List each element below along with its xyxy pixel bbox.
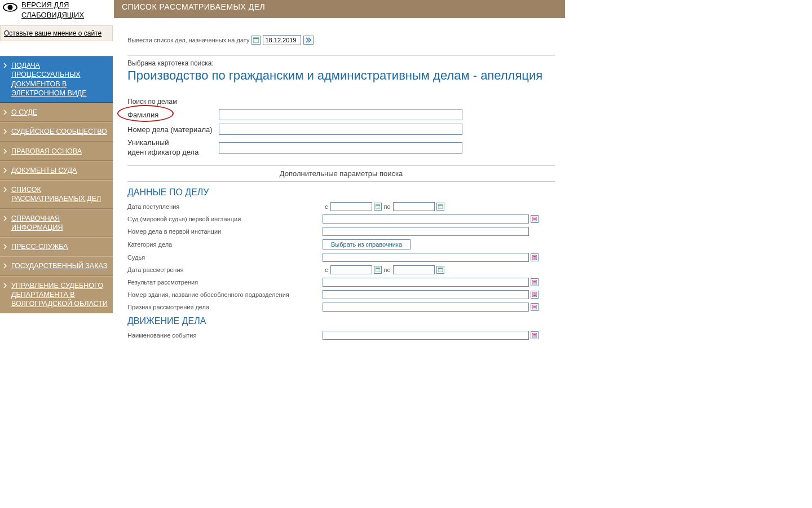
- sign-input[interactable]: [323, 303, 529, 312]
- sidebar-item[interactable]: СПРАВОЧНАЯ ИНФОРМАЦИЯ: [0, 209, 113, 238]
- svg-point-1: [8, 5, 13, 10]
- date-filter-label: Вывести список дел, назначенных на дату: [127, 37, 249, 43]
- additional-params-bar[interactable]: Дополнительные параметры поиска: [127, 165, 555, 182]
- calendar-icon[interactable]: [251, 36, 261, 45]
- result-input[interactable]: [323, 278, 529, 287]
- chevron-right-icon: [3, 187, 8, 192]
- sidebar-item[interactable]: УПРАВЛЕНИЕ СУДЕБНОГО ДЕПАРТАМЕНТА В ВОЛГ…: [0, 276, 113, 314]
- surname-input[interactable]: [219, 109, 462, 120]
- label-judge: Судья: [127, 254, 323, 261]
- carto-title: Производство по гражданским и администра…: [127, 67, 555, 87]
- sidebar-item-label[interactable]: УПРАВЛЕНИЕ СУДЕБНОГО ДЕПАРТАМЕНТА В ВОЛГ…: [11, 281, 108, 309]
- sidebar-item[interactable]: ГОСУДАРСТВЕННЫЙ ЗАКАЗ: [0, 256, 113, 275]
- lookup-icon[interactable]: [531, 278, 539, 286]
- label-first-no: Номер дела в первой инстанции: [127, 228, 323, 235]
- chevron-right-icon: [3, 168, 8, 173]
- judge-input[interactable]: [323, 253, 529, 262]
- lookup-icon[interactable]: [531, 303, 539, 311]
- lookup-icon[interactable]: [531, 215, 539, 223]
- label-event: Наименование события: [127, 332, 323, 339]
- sidebar-item-label[interactable]: ПРЕСС-СЛУЖБА: [11, 242, 68, 251]
- building-input[interactable]: [323, 290, 529, 299]
- label-sign: Признак рассмотрения дела: [127, 304, 323, 310]
- case-no-input[interactable]: [219, 124, 462, 135]
- chevron-right-icon: [3, 129, 8, 134]
- lookup-icon[interactable]: [531, 291, 539, 299]
- sidebar-item-label[interactable]: ГОСУДАРСТВЕННЫЙ ЗАКАЗ: [11, 261, 107, 270]
- label-category: Категория дела: [127, 241, 323, 248]
- search-legend: Поиск по делам: [127, 98, 555, 106]
- date-filter-input[interactable]: [263, 35, 301, 45]
- hearing-to[interactable]: [393, 265, 435, 274]
- to-label: по: [384, 266, 391, 273]
- svg-rect-3: [253, 38, 259, 39]
- chevron-right-icon: [3, 244, 8, 249]
- eye-icon: [2, 2, 18, 12]
- page-title: СПИСОК РАССМАТРИВАЕМЫХ ДЕЛ: [114, 0, 565, 18]
- sidebar-item[interactable]: СПИСОК РАССМАТРИВАЕМЫХ ДЕЛ: [0, 180, 113, 209]
- sidebar-item-label[interactable]: ДОКУМЕНТЫ СУДА: [11, 166, 77, 175]
- calendar-icon[interactable]: [374, 203, 382, 211]
- sidebar-item-label[interactable]: ПРАВОВАЯ ОСНОВА: [11, 147, 82, 156]
- date-in-to[interactable]: [393, 202, 435, 211]
- chevron-right-icon: [3, 148, 8, 154]
- case-data-heading: ДАННЫЕ ПО ДЕЛУ: [127, 187, 555, 198]
- chevron-right-icon: [3, 110, 8, 115]
- carto-legend: Выбрана картотека поиска:: [127, 56, 555, 67]
- from-label: с: [325, 266, 328, 273]
- feedback-link[interactable]: Оставьте ваше мнение о сайте: [4, 29, 102, 37]
- sidebar-item-label[interactable]: СПРАВОЧНАЯ ИНФОРМАЦИЯ: [11, 214, 108, 233]
- accessibility-link[interactable]: ВЕРСИЯ ДЛЯ СЛАБОВИДЯЩИХ: [21, 0, 111, 20]
- first-no-input[interactable]: [323, 227, 529, 236]
- chevron-right-icon: [3, 263, 8, 269]
- sidebar-item[interactable]: ПРАВОВАЯ ОСНОВА: [0, 142, 113, 161]
- accessibility-block: ВЕРСИЯ ДЛЯ СЛАБОВИДЯЩИХ: [0, 0, 113, 25]
- calendar-icon[interactable]: [436, 203, 444, 211]
- chevron-right-icon: [3, 283, 8, 288]
- date-filter-row: Вывести список дел, назначенных на дату: [127, 18, 555, 47]
- lookup-icon[interactable]: [531, 253, 539, 261]
- uid-input[interactable]: [219, 142, 462, 154]
- go-button[interactable]: [303, 36, 314, 45]
- sidebar-item-label[interactable]: О СУДЕ: [11, 108, 37, 117]
- category-pick-button[interactable]: Выбрать из справочника: [323, 239, 411, 249]
- label-building: Номер здания, название обособленного под…: [127, 291, 323, 298]
- svg-rect-7: [438, 205, 443, 206]
- svg-rect-11: [376, 268, 380, 269]
- lookup-icon[interactable]: [531, 331, 539, 339]
- label-surname: Фамилия: [127, 111, 219, 119]
- to-label: по: [384, 203, 391, 210]
- calendar-icon[interactable]: [436, 266, 444, 274]
- svg-rect-5: [376, 205, 380, 206]
- label-uid: Уникальный идентификатор дела: [127, 138, 219, 157]
- from-label: с: [325, 203, 328, 210]
- feedback-bar: Оставьте ваше мнение о сайте: [0, 25, 113, 41]
- svg-rect-13: [438, 268, 443, 269]
- sidebar-item[interactable]: СУДЕЙСКОЕ СООБЩЕСТВО: [0, 122, 113, 141]
- label-case-no: Номер дела (материала): [127, 125, 219, 134]
- sidebar-item-label[interactable]: СПИСОК РАССМАТРИВАЕМЫХ ДЕЛ: [11, 185, 108, 204]
- sidebar-item-label[interactable]: СУДЕЙСКОЕ СООБЩЕСТВО: [11, 127, 107, 136]
- sidebar-item[interactable]: О СУДЕ: [0, 103, 113, 122]
- label-court: Суд (мировой судья) первой инстанции: [127, 216, 323, 222]
- sidebar-nav: ПОДАЧА ПРОЦЕССУАЛЬНЫХ ДОКУМЕНТОВ В ЭЛЕКТ…: [0, 56, 113, 313]
- movement-heading: ДВИЖЕНИЕ ДЕЛА: [127, 316, 555, 326]
- label-date-in: Дата поступления: [127, 203, 323, 210]
- label-hearing-date: Дата рассмотрения: [127, 266, 323, 273]
- court-input[interactable]: [323, 214, 529, 224]
- label-result: Результат рассмотрения: [127, 279, 323, 286]
- sidebar-item-label[interactable]: ПОДАЧА ПРОЦЕССУАЛЬНЫХ ДОКУМЕНТОВ В ЭЛЕКТ…: [11, 61, 108, 98]
- sidebar-item[interactable]: ДОКУМЕНТЫ СУДА: [0, 161, 113, 180]
- date-in-from[interactable]: [330, 202, 372, 211]
- hearing-from[interactable]: [330, 265, 372, 274]
- sidebar-item[interactable]: ПОДАЧА ПРОЦЕССУАЛЬНЫХ ДОКУМЕНТОВ В ЭЛЕКТ…: [0, 56, 113, 103]
- sidebar-item[interactable]: ПРЕСС-СЛУЖБА: [0, 237, 113, 256]
- chevron-right-icon: [3, 63, 8, 68]
- event-input[interactable]: [323, 331, 529, 340]
- chevron-right-icon: [3, 216, 8, 221]
- calendar-icon[interactable]: [374, 266, 382, 274]
